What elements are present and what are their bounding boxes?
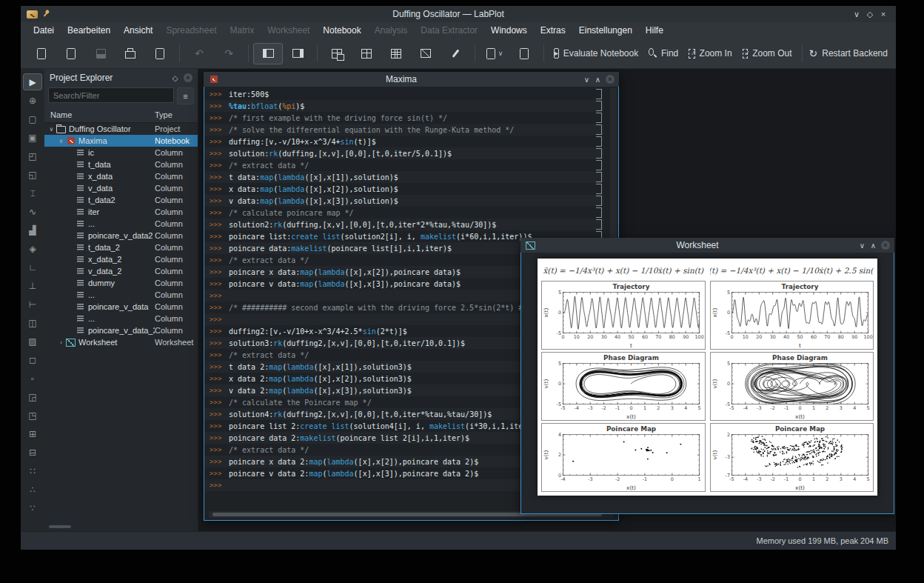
maxima-minimize-icon[interactable]: ∨ [581,73,592,85]
expander-icon[interactable]: ∨ [57,138,65,144]
filter-options-button[interactable]: ≡ [177,87,194,104]
notebook-cell[interactable]: >>>%tau:bfloat(%pi)$ [204,100,603,112]
tree-row-v-data[interactable]: v_dataColumn [44,182,198,194]
zoom-out-button[interactable]: Zoom Out [737,43,797,64]
project-explorer-header[interactable]: Project Explorer ◇ × [44,69,198,87]
float-dock-icon[interactable]: ◇ [170,73,181,84]
vertical-axis-tool[interactable]: ⊥ [23,277,42,294]
menu-item-hilfe[interactable]: Hilfe [639,24,670,37]
notebook-cell[interactable]: >>>v_data:map(lambda([x],x[3]),solution)… [204,195,603,207]
crop-region-tool[interactable]: ◰ [23,147,42,164]
menu-item-windows[interactable]: Windows [484,24,534,37]
select-region-tool[interactable]: ▣ [23,129,42,146]
menu-item-datei[interactable]: Datei [27,24,61,37]
tree-row-ic[interactable]: icColumn [44,147,198,159]
tree-row-t-data[interactable]: t_dataColumn [44,159,198,170]
expander-icon[interactable]: ∨ [47,126,56,133]
notebook-cell[interactable]: >>>solution2:rk(duffing,[x,v],[0,0],[t,0… [204,219,603,230]
tree-row-[interactable]: ...Column [44,289,198,301]
tree-row-maxima[interactable]: ∨MaximaNotebook [44,135,198,147]
more-tools[interactable]: ∵ [23,499,42,516]
plot-trajectory-2[interactable]: 0102030405060708090100-505Trajectorytx(t… [710,281,874,350]
distribute-tool[interactable]: ∴ [23,481,42,498]
new-worksheet-button[interactable] [411,43,441,64]
tree-row-poincare-v-data[interactable]: poincare_v_dataColumn [44,301,198,313]
notebook-cell[interactable]: >>>x_data:map(lambda([x],x[2]),solution)… [204,183,603,195]
tree-row-v-data-2[interactable]: v_data_2Column [44,265,198,277]
remove-grid-tool[interactable]: ⊟ [23,444,42,461]
xy-curve-tool[interactable]: ∿ [23,203,42,220]
plot-phase-diagram-2[interactable]: -5-4-3-2-1012345-505Phase Diagramx(t)v(t… [710,352,874,421]
notebook-cell[interactable]: >>>/* first example with the driving for… [204,112,603,124]
restart-backend-button[interactable]: ↻Restart Backend [807,43,890,64]
text-cursor-tool[interactable]: ⌶ [23,184,42,201]
image-tool[interactable]: ▨ [23,333,42,350]
select-cursor-tool[interactable]: ▶ [23,73,42,90]
menu-item-bearbeiten[interactable]: Bearbeiten [61,24,117,37]
plot-area-tool[interactable]: ◻ [23,351,42,368]
layout-horizontal-tool[interactable]: ◳ [23,407,42,424]
minimize-button[interactable]: ∨ [850,8,863,20]
export-file-button[interactable] [509,43,539,64]
new-spreadsheet-button[interactable] [352,43,381,64]
expander-icon[interactable]: › [57,339,65,346]
menu-item-ansicht[interactable]: Ansicht [117,24,159,37]
plot-phase-diagram-1[interactable]: -5-4-3-2-1012345-505Phase Diagramx(t)v(t… [541,352,706,421]
search-input[interactable] [48,87,174,103]
redo-button[interactable]: ↷ [214,43,244,64]
print-button[interactable] [116,43,145,64]
project-explorer-scrollbar[interactable] [49,525,71,528]
tree-row-duffing-oscillator[interactable]: ∨Duffing OscillatorProject [44,123,198,135]
menu-item-einstellungen[interactable]: Einstellungen [572,24,639,37]
new-project-button[interactable] [27,43,56,64]
new-matrix-button[interactable] [381,43,411,64]
plot-poincare-map-2[interactable]: -5-4-3-2-10123452-3-7Poincare Mapx(t)v(t… [710,423,874,492]
tree-row-t-data-2[interactable]: t_data_2Column [44,241,198,253]
notebook-cell[interactable]: >>>t_data:map(lambda([x],x[1]),solution)… [204,171,603,183]
worksheet-minimize-icon[interactable]: ∨ [857,239,868,251]
close-dock-icon[interactable]: × [184,73,192,82]
find-button[interactable]: Find [643,43,683,64]
menu-item-notebook[interactable]: Notebook [316,24,367,37]
maxima-close-icon[interactable]: × [606,75,615,84]
notebook-cell[interactable]: >>>/* calculate poincare map */ [204,207,603,219]
tree-row-iter[interactable]: iterColumn [44,206,198,218]
tree-row-dummy[interactable]: dummyColumn [44,277,198,289]
toggle-project-explorer-button[interactable] [253,43,283,64]
maximize-button[interactable]: ◇ [863,8,877,20]
zoom-selection-tool[interactable]: ▢ [23,110,42,127]
column-header-name[interactable]: Name [50,110,155,119]
zoom-in-button[interactable]: Zoom In [683,43,737,64]
print-preview-button[interactable] [145,43,175,64]
navigate-crosshair-tool[interactable]: ⊕ [23,92,42,109]
title-bar[interactable]: Duffing Oscillator — LabPlot ∨ ◇ × [21,6,896,22]
worksheet-title-bar[interactable]: Worksheet ∨ ∧ × [520,238,894,253]
close-button[interactable]: × [877,8,890,20]
save-project-button[interactable] [86,43,116,64]
plot-trajectory-1[interactable]: 0102030405060708090100-505Trajectorytx(t… [541,281,706,350]
tree-row-[interactable]: ...Column [44,218,198,230]
plot-poincare-map-1[interactable]: -4-3-2-101024Poincare Mapx(t)v(t) [541,423,706,492]
tree-row-t-data2[interactable]: t_data2Column [44,194,198,206]
open-project-button[interactable] [56,43,86,64]
worksheet-close-icon[interactable]: × [881,241,890,250]
xy-function-tool[interactable]: ◈ [23,240,42,257]
tree-header[interactable]: Name Type [44,107,198,123]
inset-plot-tool[interactable]: ▫ [23,370,42,387]
layout-vertical-tool[interactable]: ◲ [23,388,42,405]
notebook-cell[interactable]: >>>iter:500$ [204,88,603,100]
undo-button[interactable]: ↶ [184,43,214,64]
tree-row-[interactable]: ...Column [44,313,198,324]
tree-row-poincare-v-data2[interactable]: poincare_v_data2Column [44,230,198,241]
tree-row-worksheet[interactable]: ›WorksheetWorksheet [44,336,198,348]
maxima-maximize-icon[interactable]: ∧ [592,73,603,85]
notebook-cell[interactable]: >>>solution:rk(duffing,[x,v],[0,0],[t,0,… [204,147,603,159]
evaluate-notebook-button[interactable]: Evaluate Notebook [549,43,643,64]
histogram-tool[interactable]: ▟ [23,221,42,239]
align-tool[interactable]: ∷ [23,462,42,479]
tree-row-poincare-v-data-2[interactable]: poincare_v_data_2Column [44,324,198,336]
horizontal-axis-tool[interactable]: ⊢ [23,296,42,313]
menu-item-extras[interactable]: Extras [534,24,572,37]
import-file-button[interactable]: ∨ [480,43,509,64]
notebook-cell[interactable]: >>>/* extract data */ [204,159,603,171]
